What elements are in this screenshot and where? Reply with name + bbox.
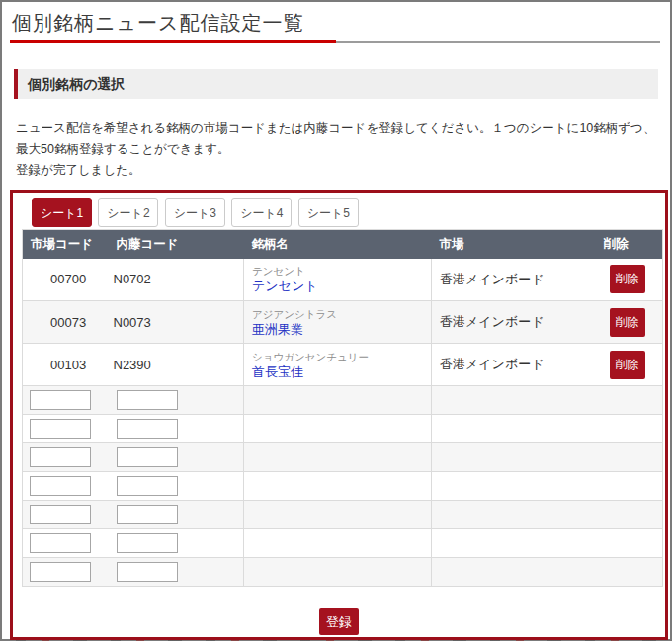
delete-cell: 削除 [596,301,663,344]
status-message: 登録が完了しました。 [16,160,658,181]
description-line: ニュース配信を希望される銘柄の市場コードまたは内藤コードを登録してください。１つ… [16,119,658,160]
naito-code-cell: N0073 [109,301,244,344]
stock-name-cell [244,386,432,415]
market-cell [432,501,596,529]
stock-name-cell [244,529,432,558]
naito-code-input-cell [109,529,244,558]
stocks-table: 市場コード 内藤コード 銘柄名 市場 削除 00700 N0702 テンセント … [22,229,663,587]
empty-input-row [23,443,663,472]
delete-cell: 削除 [596,344,663,386]
page-title: 個別銘柄ニュース配信設定一覧 [12,10,303,37]
market-code-input-cell [23,529,109,558]
market-code-input[interactable] [30,562,91,582]
naito-code-input[interactable] [117,533,178,553]
tab-sheet-1[interactable]: シート1 [32,198,92,227]
stock-name-cell: アジアンシトラス 亜洲果業 [244,301,432,344]
register-button-area: 登録 [13,608,665,635]
market-cell: 香港メインボード [432,344,596,386]
stock-name-cell [244,415,432,443]
empty-input-row [23,415,663,443]
header-stock-name: 銘柄名 [244,230,432,259]
naito-code-input[interactable] [117,562,178,582]
section-header: 個別銘柄の選択 [14,69,658,99]
stock-name-kana: ショウガンセンチュリー [252,350,431,363]
naito-code-input-cell [109,501,244,529]
market-code-input[interactable] [30,476,91,496]
naito-code-cell: N0702 [109,259,244,301]
title-underline-gray [336,41,660,43]
market-cell [432,472,596,501]
stock-name-link[interactable]: テンセント [252,278,318,295]
delete-cell [596,443,663,472]
stock-name-cell [244,501,432,529]
market-code-cell: 00700 [23,259,109,301]
table-row: 00700 N0702 テンセント テンセント 香港メインボード 削除 [23,259,663,301]
market-cell [432,415,596,443]
market-code-input[interactable] [30,533,91,553]
market-cell [432,386,596,415]
table-row: 00073 N0073 アジアンシトラス 亜洲果業 香港メインボード 削除 [23,301,663,344]
market-code-input-cell [23,386,109,415]
delete-cell [596,501,663,529]
market-code-input-cell [23,558,109,587]
delete-cell: 削除 [596,259,663,301]
empty-input-row [23,472,663,501]
naito-code-input[interactable] [117,447,178,467]
window-frame: 個別銘柄ニュース配信設定一覧 個別銘柄の選択 ニュース配信を希望される銘柄の市場… [0,0,672,641]
naito-code-input-cell [109,558,244,587]
market-cell [432,558,596,587]
tab-sheet-5[interactable]: シート5 [298,198,359,227]
delete-cell [596,415,663,443]
market-code-input[interactable] [30,505,91,524]
empty-input-row [23,558,663,587]
annotation-highlight-box: シート1 シート2 シート3 シート4 シート5 市場コード 内藤コード 銘柄名… [10,190,668,640]
naito-code-input[interactable] [117,505,178,524]
naito-code-input-cell [109,386,244,415]
empty-input-row [23,386,663,415]
table-row: 00103 N2390 ショウガンセンチュリー 首長宝佳 香港メインボード 削除 [23,344,663,386]
register-button[interactable]: 登録 [319,608,359,635]
delete-cell [596,386,663,415]
stock-name-link[interactable]: 首長宝佳 [252,363,303,381]
naito-code-input-cell [109,415,244,443]
header-delete: 削除 [596,230,663,259]
naito-code-input-cell [109,472,244,501]
market-code-input[interactable] [30,390,91,410]
market-cell [432,443,596,472]
market-code-input-cell [23,501,109,529]
market-code-input[interactable] [30,419,91,439]
stock-name-link[interactable]: 亜洲果業 [252,321,303,339]
header-naito-code: 内藤コード [109,230,244,259]
stock-name-cell [244,472,432,501]
market-code-input-cell [23,472,109,501]
stock-name-cell: テンセント テンセント [244,259,432,301]
delete-button[interactable]: 削除 [610,265,645,293]
delete-cell [596,472,663,501]
market-cell: 香港メインボード [432,301,596,344]
tab-sheet-3[interactable]: シート3 [165,198,225,227]
naito-code-input[interactable] [117,390,178,410]
market-cell: 香港メインボード [432,259,596,301]
table-header-row: 市場コード 内藤コード 銘柄名 市場 削除 [23,230,663,259]
empty-input-row [23,501,663,529]
sheet-tabs: シート1 シート2 シート3 シート4 シート5 [32,198,665,227]
delete-cell [596,529,663,558]
market-code-input-cell [23,443,109,472]
naito-code-input[interactable] [117,476,178,496]
tab-sheet-2[interactable]: シート2 [98,198,158,227]
empty-input-row [23,529,663,558]
naito-code-input[interactable] [117,419,178,439]
delete-button[interactable]: 削除 [610,351,645,379]
market-cell [432,529,596,558]
header-market: 市場 [432,230,596,259]
stock-name-cell [244,558,432,587]
naito-code-input-cell [109,443,244,472]
title-underline-red [10,40,336,43]
delete-cell [596,558,663,587]
delete-button[interactable]: 削除 [610,308,645,337]
market-code-input[interactable] [30,447,91,467]
stock-name-kana: アジアンシトラス [252,307,431,321]
tab-sheet-4[interactable]: シート4 [231,198,292,227]
naito-code-cell: N2390 [109,344,244,386]
description-text: ニュース配信を希望される銘柄の市場コードまたは内藤コードを登録してください。１つ… [16,119,658,181]
